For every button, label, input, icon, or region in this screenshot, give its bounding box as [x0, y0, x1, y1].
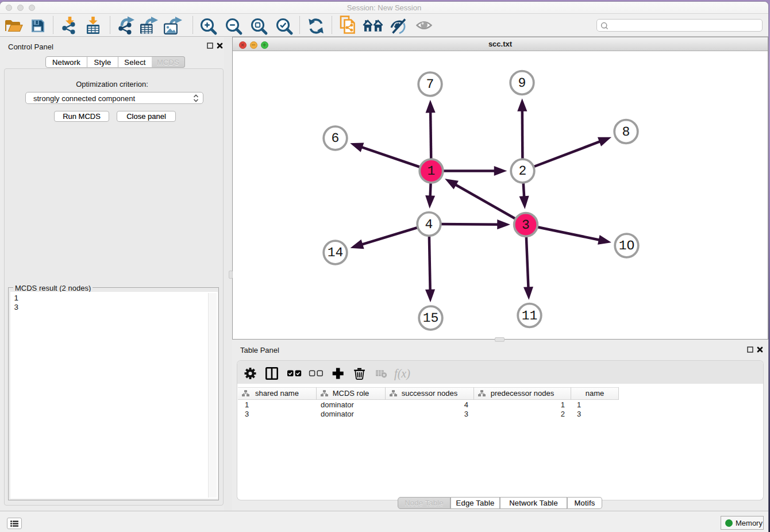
svg-text:6: 6	[332, 131, 340, 146]
svg-text:1O: 1O	[619, 238, 635, 253]
svg-text:4: 4	[425, 217, 433, 232]
svg-text:9: 9	[518, 76, 526, 91]
svg-text:14: 14	[328, 245, 344, 260]
svg-text:8: 8	[622, 125, 630, 140]
svg-text:7: 7	[426, 77, 434, 92]
svg-text:3: 3	[522, 218, 530, 233]
svg-text:11: 11	[522, 309, 538, 323]
svg-text:15: 15	[423, 311, 439, 326]
svg-text:1: 1	[428, 164, 436, 179]
svg-text:f(x): f(x)	[394, 367, 410, 380]
svg-text:2: 2	[519, 164, 527, 179]
